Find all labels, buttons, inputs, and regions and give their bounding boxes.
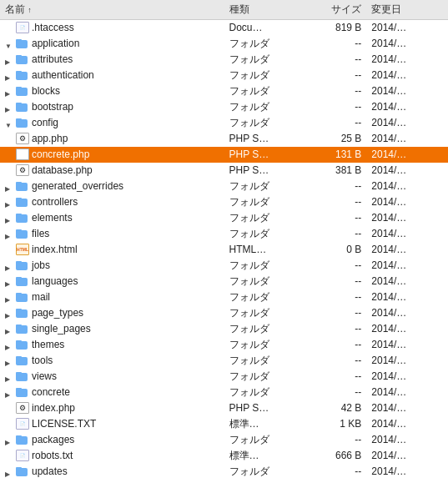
table-row[interactable]: blocks フォルダ -- 2014/… <box>0 83 448 99</box>
table-row[interactable]: ⚙ database.php PHP S… 381 B 2014/… <box>0 163 448 179</box>
table-row[interactable]: attributes フォルダ -- 2014/… <box>0 52 448 68</box>
name-cell: authentication <box>0 68 224 83</box>
size-cell: -- <box>305 36 366 52</box>
col-size-header[interactable]: サイズ <box>305 0 366 20</box>
table-row[interactable]: bootstrap フォルダ -- 2014/… <box>0 99 448 115</box>
table-row[interactable]: 📄 robots.txt 標準… 666 B 2014/… <box>0 448 448 464</box>
name-cell: generated_overrides <box>0 179 224 194</box>
table-row[interactable]: controllers フォルダ -- 2014/… <box>0 194 448 210</box>
table-row[interactable]: tools フォルダ -- 2014/… <box>0 353 448 369</box>
name-cell: ⚙ database.php <box>0 163 224 179</box>
triangle-open-icon[interactable] <box>5 118 13 127</box>
table-row[interactable]: ⚙ app.php PHP S… 25 B 2014/… <box>0 131 448 147</box>
table-row[interactable]: views フォルダ -- 2014/… <box>0 369 448 385</box>
triangle-closed-icon[interactable] <box>5 372 13 380</box>
name-cell: updates <box>0 464 224 480</box>
file-name: .htaccess <box>32 22 74 33</box>
table-row[interactable]: mail フォルダ -- 2014/… <box>0 289 448 305</box>
table-row[interactable]: ⚙ index.php PHP S… 42 B 2014/… <box>0 400 448 416</box>
name-cell: controllers <box>0 194 224 210</box>
name-cell: 📄 .htaccess <box>0 20 224 36</box>
kind-cell: フォルダ <box>224 115 306 131</box>
file-name: attributes <box>32 53 73 65</box>
size-cell: 25 B <box>305 131 366 147</box>
triangle-closed-icon[interactable] <box>5 214 13 222</box>
size-cell: -- <box>305 226 366 242</box>
file-name: files <box>32 228 49 239</box>
triangle-empty-icon <box>5 23 13 32</box>
php-gear-icon: ⚙ <box>16 148 29 160</box>
name-cell: application <box>0 36 224 52</box>
date-cell: 2014/… <box>366 464 448 480</box>
size-cell: 0 B <box>305 242 366 258</box>
table-row[interactable]: single_pages フォルダ -- 2014/… <box>0 321 448 337</box>
col-kind-header[interactable]: 種類 <box>224 0 306 20</box>
date-cell: 2014/… <box>366 353 448 369</box>
table-row[interactable]: application フォルダ -- 2014/… <box>0 36 448 52</box>
triangle-closed-icon[interactable] <box>5 103 13 111</box>
table-row[interactable]: page_types フォルダ -- 2014/… <box>0 305 448 321</box>
name-cell: 📄 LICENSE.TXT <box>0 416 224 432</box>
table-row[interactable]: 📄 .htaccess Docu… 819 B 2014/… <box>0 20 448 36</box>
triangle-closed-icon[interactable] <box>5 467 13 475</box>
table-row[interactable]: config フォルダ -- 2014/… <box>0 115 448 131</box>
triangle-open-icon[interactable] <box>5 39 13 48</box>
name-cell: elements <box>0 210 224 226</box>
triangle-closed-icon[interactable] <box>5 71 13 79</box>
triangle-closed-icon[interactable] <box>5 277 13 285</box>
file-name: tools <box>32 355 53 366</box>
table-row[interactable]: languages フォルダ -- 2014/… <box>0 274 448 289</box>
size-cell: -- <box>305 432 366 448</box>
triangle-closed-icon[interactable] <box>5 55 13 63</box>
table-row[interactable]: authentication フォルダ -- 2014/… <box>0 68 448 83</box>
name-cell: jobs <box>0 258 224 274</box>
table-row[interactable]: HTML index.html HTML… 0 B 2014/… <box>0 242 448 258</box>
table-row[interactable]: themes フォルダ -- 2014/… <box>0 337 448 353</box>
file-name: application <box>32 38 79 49</box>
triangle-closed-icon[interactable] <box>5 435 13 444</box>
size-cell: 1 KB <box>305 416 366 432</box>
kind-cell: フォルダ <box>224 99 306 115</box>
table-row[interactable]: generated_overrides フォルダ -- 2014/… <box>0 179 448 194</box>
date-cell: 2014/… <box>366 36 448 52</box>
triangle-empty-icon <box>5 134 13 143</box>
size-cell: -- <box>305 385 366 400</box>
size-cell: -- <box>305 258 366 274</box>
file-name: app.php <box>32 133 68 144</box>
col-date-header[interactable]: 変更日 <box>366 0 448 20</box>
name-cell: files <box>0 226 224 242</box>
triangle-closed-icon[interactable] <box>5 261 13 269</box>
kind-cell: フォルダ <box>224 464 306 480</box>
kind-cell: PHP S… <box>224 400 306 416</box>
name-cell: concrete <box>0 385 224 400</box>
table-row[interactable]: concrete フォルダ -- 2014/… <box>0 385 448 400</box>
triangle-closed-icon[interactable] <box>5 182 13 190</box>
folder-icon <box>16 86 29 96</box>
table-row[interactable]: jobs フォルダ -- 2014/… <box>0 258 448 274</box>
table-row[interactable]: ⚙ concrete.php PHP S… 131 B 2014/… <box>0 147 448 163</box>
kind-cell: フォルダ <box>224 432 306 448</box>
triangle-closed-icon[interactable] <box>5 324 13 333</box>
col-name-header[interactable]: 名前 ↑ <box>0 0 224 20</box>
table-row[interactable]: elements フォルダ -- 2014/… <box>0 210 448 226</box>
file-name: views <box>32 370 57 382</box>
kind-cell: PHP S… <box>224 147 306 163</box>
size-cell: -- <box>305 321 366 337</box>
triangle-closed-icon[interactable] <box>5 309 13 317</box>
kind-cell: フォルダ <box>224 337 306 353</box>
triangle-closed-icon[interactable] <box>5 356 13 365</box>
triangle-closed-icon[interactable] <box>5 293 13 301</box>
triangle-closed-icon[interactable] <box>5 388 13 396</box>
triangle-closed-icon[interactable] <box>5 229 13 238</box>
folder-icon <box>16 387 29 397</box>
table-row[interactable]: 📄 LICENSE.TXT 標準… 1 KB 2014/… <box>0 416 448 432</box>
table-row[interactable]: updates フォルダ -- 2014/… <box>0 464 448 480</box>
triangle-closed-icon[interactable] <box>5 198 13 206</box>
table-row[interactable]: packages フォルダ -- 2014/… <box>0 432 448 448</box>
kind-cell: フォルダ <box>224 289 306 305</box>
triangle-closed-icon[interactable] <box>5 87 13 95</box>
folder-icon <box>16 292 29 302</box>
file-name: database.php <box>32 164 93 176</box>
triangle-closed-icon[interactable] <box>5 340 13 349</box>
table-row[interactable]: files フォルダ -- 2014/… <box>0 226 448 242</box>
